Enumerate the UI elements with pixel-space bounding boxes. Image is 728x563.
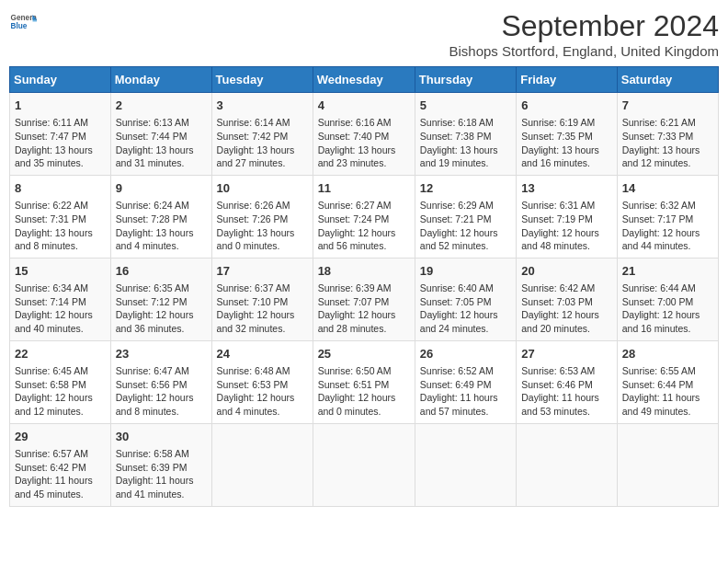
calendar-cell: 10Sunrise: 6:26 AM Sunset: 7:26 PM Dayli… — [211, 175, 313, 258]
day-info: Sunrise: 6:24 AM Sunset: 7:28 PM Dayligh… — [116, 199, 207, 253]
day-info: Sunrise: 6:42 AM Sunset: 7:03 PM Dayligh… — [521, 282, 612, 336]
day-number: 15 — [15, 263, 106, 280]
day-number: 7 — [622, 98, 713, 114]
day-info: Sunrise: 6:52 AM Sunset: 6:49 PM Dayligh… — [420, 364, 511, 419]
day-number: 2 — [116, 98, 207, 114]
calendar-week-1: 1Sunrise: 6:11 AM Sunset: 7:47 PM Daylig… — [10, 93, 719, 176]
calendar-week-4: 22Sunrise: 6:45 AM Sunset: 6:58 PM Dayli… — [10, 340, 719, 423]
calendar-cell: 25Sunrise: 6:50 AM Sunset: 6:51 PM Dayli… — [313, 340, 415, 423]
day-number: 23 — [116, 346, 207, 362]
calendar-cell: 26Sunrise: 6:52 AM Sunset: 6:49 PM Dayli… — [415, 340, 516, 423]
calendar-cell: 4Sunrise: 6:16 AM Sunset: 7:40 PM Daylig… — [313, 93, 415, 176]
day-number: 11 — [318, 180, 410, 197]
day-info: Sunrise: 6:45 AM Sunset: 6:58 PM Dayligh… — [15, 364, 106, 419]
page-header: General Blue September 2024 Bishops Stor… — [9, 9, 719, 59]
calendar-cell: 27Sunrise: 6:53 AM Sunset: 6:46 PM Dayli… — [517, 340, 618, 423]
calendar-cell — [415, 423, 516, 506]
day-info: Sunrise: 6:47 AM Sunset: 6:56 PM Dayligh… — [116, 364, 207, 419]
day-number: 8 — [15, 180, 106, 197]
calendar-cell: 11Sunrise: 6:27 AM Sunset: 7:24 PM Dayli… — [313, 175, 415, 258]
calendar-week-5: 29Sunrise: 6:57 AM Sunset: 6:42 PM Dayli… — [10, 423, 719, 506]
calendar-cell: 30Sunrise: 6:58 AM Sunset: 6:39 PM Dayli… — [110, 423, 211, 506]
calendar-cell: 7Sunrise: 6:21 AM Sunset: 7:33 PM Daylig… — [617, 93, 718, 176]
day-number: 17 — [217, 263, 308, 280]
day-number: 9 — [116, 180, 207, 197]
calendar-cell: 21Sunrise: 6:44 AM Sunset: 7:00 PM Dayli… — [617, 258, 718, 340]
day-info: Sunrise: 6:21 AM Sunset: 7:33 PM Dayligh… — [622, 116, 713, 170]
day-info: Sunrise: 6:27 AM Sunset: 7:24 PM Dayligh… — [318, 199, 410, 253]
title-block: September 2024 Bishops Stortford, Englan… — [449, 9, 719, 59]
day-info: Sunrise: 6:19 AM Sunset: 7:35 PM Dayligh… — [521, 116, 612, 170]
day-info: Sunrise: 6:34 AM Sunset: 7:14 PM Dayligh… — [15, 282, 106, 336]
day-info: Sunrise: 6:29 AM Sunset: 7:21 PM Dayligh… — [420, 199, 511, 253]
day-number: 14 — [622, 180, 713, 197]
day-number: 21 — [622, 263, 713, 280]
calendar-cell: 3Sunrise: 6:14 AM Sunset: 7:42 PM Daylig… — [211, 93, 313, 176]
day-number: 20 — [521, 263, 612, 280]
day-info: Sunrise: 6:31 AM Sunset: 7:19 PM Dayligh… — [521, 199, 612, 253]
calendar-cell: 14Sunrise: 6:32 AM Sunset: 7:17 PM Dayli… — [617, 175, 718, 258]
day-number: 19 — [420, 263, 511, 280]
day-number: 26 — [420, 346, 511, 362]
day-number: 25 — [318, 346, 410, 362]
svg-text:Blue: Blue — [11, 22, 28, 30]
day-number: 5 — [420, 98, 511, 114]
header-wednesday: Wednesday — [313, 67, 415, 93]
calendar-cell: 17Sunrise: 6:37 AM Sunset: 7:10 PM Dayli… — [211, 258, 313, 340]
calendar-cell: 22Sunrise: 6:45 AM Sunset: 6:58 PM Dayli… — [10, 340, 111, 423]
day-info: Sunrise: 6:39 AM Sunset: 7:07 PM Dayligh… — [318, 282, 410, 336]
day-info: Sunrise: 6:58 AM Sunset: 6:39 PM Dayligh… — [116, 447, 207, 501]
calendar-cell — [211, 423, 313, 506]
calendar-cell: 12Sunrise: 6:29 AM Sunset: 7:21 PM Dayli… — [415, 175, 516, 258]
calendar-week-2: 8Sunrise: 6:22 AM Sunset: 7:31 PM Daylig… — [10, 175, 719, 258]
header-tuesday: Tuesday — [211, 67, 313, 93]
location-subtitle: Bishops Stortford, England, United Kingd… — [449, 43, 719, 59]
day-info: Sunrise: 6:53 AM Sunset: 6:46 PM Dayligh… — [521, 364, 612, 419]
day-info: Sunrise: 6:26 AM Sunset: 7:26 PM Dayligh… — [217, 199, 308, 253]
day-number: 12 — [420, 180, 511, 197]
calendar-cell: 8Sunrise: 6:22 AM Sunset: 7:31 PM Daylig… — [10, 175, 111, 258]
day-number: 6 — [521, 98, 612, 114]
day-number: 30 — [116, 429, 207, 445]
day-number: 16 — [116, 263, 207, 280]
day-info: Sunrise: 6:22 AM Sunset: 7:31 PM Dayligh… — [15, 199, 106, 253]
header-saturday: Saturday — [617, 67, 718, 93]
day-number: 13 — [521, 180, 612, 197]
header-monday: Monday — [110, 67, 211, 93]
day-number: 3 — [217, 98, 308, 114]
day-info: Sunrise: 6:35 AM Sunset: 7:12 PM Dayligh… — [116, 282, 207, 336]
day-number: 24 — [217, 346, 308, 362]
day-info: Sunrise: 6:18 AM Sunset: 7:38 PM Dayligh… — [420, 116, 511, 170]
calendar-cell: 1Sunrise: 6:11 AM Sunset: 7:47 PM Daylig… — [10, 93, 111, 176]
day-number: 10 — [217, 180, 308, 197]
calendar-cell: 15Sunrise: 6:34 AM Sunset: 7:14 PM Dayli… — [10, 258, 111, 340]
month-year-title: September 2024 — [449, 9, 719, 43]
day-number: 22 — [15, 346, 106, 362]
day-number: 18 — [318, 263, 410, 280]
day-info: Sunrise: 6:48 AM Sunset: 6:53 PM Dayligh… — [217, 364, 308, 419]
day-number: 27 — [521, 346, 612, 362]
day-info: Sunrise: 6:44 AM Sunset: 7:00 PM Dayligh… — [622, 282, 713, 336]
calendar-cell: 5Sunrise: 6:18 AM Sunset: 7:38 PM Daylig… — [415, 93, 516, 176]
day-info: Sunrise: 6:13 AM Sunset: 7:44 PM Dayligh… — [116, 116, 207, 170]
logo-icon: General Blue — [9, 9, 37, 37]
header-sunday: Sunday — [10, 67, 111, 93]
calendar-cell: 2Sunrise: 6:13 AM Sunset: 7:44 PM Daylig… — [110, 93, 211, 176]
day-info: Sunrise: 6:32 AM Sunset: 7:17 PM Dayligh… — [622, 199, 713, 253]
day-info: Sunrise: 6:57 AM Sunset: 6:42 PM Dayligh… — [15, 447, 106, 501]
day-number: 1 — [15, 98, 106, 114]
day-info: Sunrise: 6:16 AM Sunset: 7:40 PM Dayligh… — [318, 116, 410, 170]
day-info: Sunrise: 6:50 AM Sunset: 6:51 PM Dayligh… — [318, 364, 410, 419]
calendar-cell: 18Sunrise: 6:39 AM Sunset: 7:07 PM Dayli… — [313, 258, 415, 340]
calendar-cell: 16Sunrise: 6:35 AM Sunset: 7:12 PM Dayli… — [110, 258, 211, 340]
logo: General Blue — [9, 9, 37, 37]
calendar-table: Sunday Monday Tuesday Wednesday Thursday… — [9, 66, 719, 507]
day-info: Sunrise: 6:37 AM Sunset: 7:10 PM Dayligh… — [217, 282, 308, 336]
calendar-cell: 9Sunrise: 6:24 AM Sunset: 7:28 PM Daylig… — [110, 175, 211, 258]
calendar-cell: 13Sunrise: 6:31 AM Sunset: 7:19 PM Dayli… — [517, 175, 618, 258]
day-info: Sunrise: 6:11 AM Sunset: 7:47 PM Dayligh… — [15, 116, 106, 170]
calendar-cell: 23Sunrise: 6:47 AM Sunset: 6:56 PM Dayli… — [110, 340, 211, 423]
calendar-cell — [313, 423, 415, 506]
calendar-cell: 20Sunrise: 6:42 AM Sunset: 7:03 PM Dayli… — [517, 258, 618, 340]
calendar-week-3: 15Sunrise: 6:34 AM Sunset: 7:14 PM Dayli… — [10, 258, 719, 340]
